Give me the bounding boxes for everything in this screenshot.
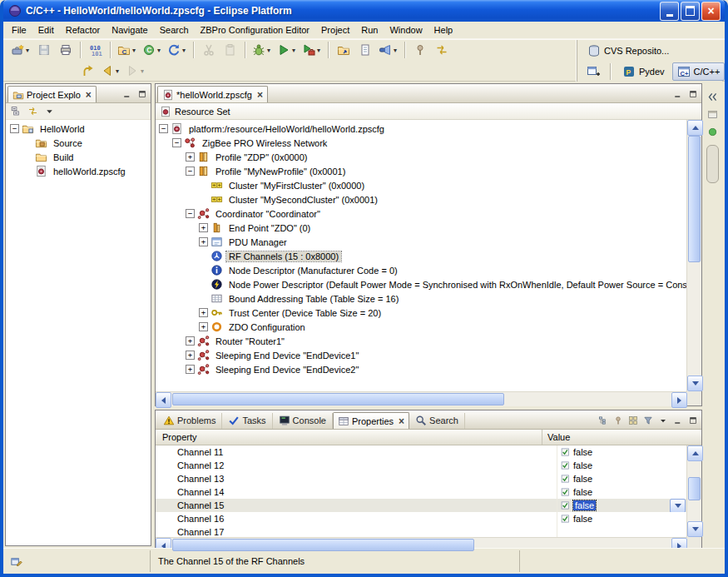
perspective-cpp-button[interactable]: C+ C/C++ bbox=[672, 62, 726, 81]
tree-item[interactable]: +Profile "ZDP" (0x0000) bbox=[156, 150, 686, 164]
dropdown-arrow-icon[interactable]: ▾ bbox=[24, 47, 31, 54]
collapse-all-button[interactable] bbox=[9, 105, 23, 117]
fast-view-window-button[interactable] bbox=[705, 107, 721, 122]
tree-item[interactable]: +PDU Manager bbox=[156, 235, 686, 249]
dropdown-arrow-icon[interactable]: ▾ bbox=[139, 67, 146, 75]
tree-item[interactable]: +Sleeping End Device "EndDevice1" bbox=[156, 348, 686, 362]
minimized-view-handle[interactable] bbox=[706, 145, 719, 183]
tree-item[interactable]: helloWorld.zpscfg bbox=[6, 164, 151, 178]
menu-run[interactable]: Run bbox=[355, 23, 384, 37]
tree-item[interactable]: +Trust Center (Device Table Size = 20) bbox=[156, 306, 686, 320]
expander-plus-icon[interactable]: + bbox=[199, 237, 208, 246]
scroll-up-icon[interactable] bbox=[687, 120, 703, 136]
value-cell[interactable]: false bbox=[557, 485, 686, 499]
tab-project-explorer[interactable]: Project Explo × bbox=[7, 86, 97, 102]
table-row[interactable]: Channel 14false bbox=[156, 485, 686, 499]
tree-item[interactable]: Cluster "MyFirstCluster" (0x0000) bbox=[156, 178, 686, 192]
dropdown-arrow-icon[interactable]: ▾ bbox=[156, 47, 162, 54]
tree-item[interactable]: Source bbox=[6, 136, 151, 150]
tab-search[interactable]: Search bbox=[409, 413, 465, 429]
dropdown-arrow-icon[interactable]: ▾ bbox=[290, 47, 297, 54]
value-cell[interactable]: false bbox=[557, 445, 686, 459]
link-with-editor-button[interactable] bbox=[26, 105, 40, 117]
expander-plus-icon[interactable]: + bbox=[186, 336, 195, 346]
expander-plus-icon[interactable]: + bbox=[199, 322, 208, 331]
build-binary-button[interactable]: 010101 bbox=[86, 40, 106, 60]
tree-item[interactable]: −HelloWorld bbox=[6, 122, 151, 136]
refresh-button[interactable]: ▾ bbox=[166, 40, 189, 60]
menu-file[interactable]: File bbox=[6, 23, 32, 37]
view-menu-button[interactable] bbox=[656, 414, 670, 426]
run-button[interactable]: ▾ bbox=[275, 40, 299, 60]
value-cell[interactable]: false bbox=[557, 472, 686, 485]
tree-item[interactable]: Cluster "MySecondCluster" (0x0001) bbox=[156, 192, 686, 206]
menu-help[interactable]: Help bbox=[428, 23, 459, 37]
value-cell[interactable]: false bbox=[557, 512, 686, 525]
tree-item[interactable]: +Router "Router1" bbox=[156, 334, 686, 348]
view-menu-button[interactable] bbox=[42, 105, 57, 117]
open-resource-button[interactable] bbox=[355, 40, 375, 60]
tree-item[interactable]: Node Descriptor (Manufacturer Code = 0) bbox=[156, 263, 686, 277]
external-tools-button[interactable]: ▾ bbox=[300, 40, 324, 60]
table-row[interactable]: Channel 12false bbox=[156, 459, 686, 472]
fast-view-bar-icon[interactable] bbox=[10, 555, 22, 568]
expander-minus-icon[interactable]: − bbox=[172, 138, 181, 147]
categories-button[interactable] bbox=[626, 414, 640, 426]
maximize-button[interactable] bbox=[686, 87, 700, 100]
expander-plus-icon[interactable]: + bbox=[186, 365, 195, 374]
tree-item[interactable]: Build bbox=[6, 150, 151, 164]
expander-minus-icon[interactable]: − bbox=[159, 124, 168, 133]
scrollbar-thumb[interactable] bbox=[688, 477, 701, 500]
restore-views-button[interactable] bbox=[705, 89, 721, 104]
close-icon[interactable]: × bbox=[399, 416, 404, 426]
new-c-project-button[interactable]: C▾ bbox=[116, 40, 139, 60]
scrollbar-thumb[interactable] bbox=[172, 539, 474, 551]
dropdown-arrow-icon[interactable]: ▾ bbox=[265, 47, 272, 54]
tree-item[interactable]: Node Power Descriptor (Default Power Mod… bbox=[156, 277, 686, 291]
filter-button[interactable] bbox=[641, 414, 655, 426]
tab-problems[interactable]: Problems bbox=[157, 413, 222, 429]
maximize-button[interactable] bbox=[135, 87, 149, 100]
value-cell[interactable]: false bbox=[557, 499, 686, 512]
tab-tasks[interactable]: Tasks bbox=[222, 413, 272, 429]
tab-helloworld-zpscfg[interactable]: *helloWorld.zpscfg × bbox=[157, 86, 268, 102]
scroll-down-icon[interactable] bbox=[687, 521, 703, 537]
new-wizard-button[interactable]: ▾ bbox=[9, 40, 32, 60]
pin-view-button[interactable] bbox=[611, 414, 625, 426]
expander-minus-icon[interactable]: − bbox=[186, 167, 195, 176]
dropdown-arrow-icon[interactable]: ▾ bbox=[315, 47, 322, 54]
print-button[interactable] bbox=[56, 40, 76, 60]
tree-item[interactable]: Bound Addressing Table (Table Size = 16) bbox=[156, 291, 686, 306]
scroll-down-icon[interactable] bbox=[687, 376, 703, 391]
tree-item[interactable]: +Sleeping End Device "EndDevice2" bbox=[156, 362, 686, 376]
titlebar[interactable]: C/C++ - HelloWorld/helloWorld.zpscfg - E… bbox=[3, 0, 725, 22]
link-editor-button[interactable] bbox=[432, 40, 452, 60]
menu-edit[interactable]: Edit bbox=[32, 23, 60, 37]
value-cell[interactable] bbox=[557, 525, 686, 537]
menu-window[interactable]: Window bbox=[384, 23, 428, 37]
maximize-button[interactable] bbox=[686, 414, 700, 426]
value-combo-dropdown-button[interactable] bbox=[670, 499, 686, 512]
pin-editor-button[interactable] bbox=[410, 40, 430, 60]
tab-properties[interactable]: Properties× bbox=[333, 412, 409, 429]
close-window-button[interactable]: × bbox=[701, 2, 721, 21]
column-value[interactable]: Value bbox=[542, 432, 701, 442]
scrollbar-track[interactable] bbox=[171, 392, 671, 406]
scrollbar-track[interactable] bbox=[687, 461, 701, 521]
dropdown-arrow-icon[interactable]: ▾ bbox=[392, 47, 399, 54]
save-button[interactable] bbox=[34, 40, 54, 60]
scrollbar-track[interactable] bbox=[687, 136, 701, 376]
expander-minus-icon[interactable]: − bbox=[10, 124, 19, 133]
scrollbar-thumb[interactable] bbox=[688, 136, 701, 262]
paste-button[interactable] bbox=[220, 40, 240, 60]
minimize-button[interactable] bbox=[671, 414, 685, 426]
dropdown-arrow-icon[interactable]: ▾ bbox=[131, 47, 137, 54]
editor-horizontal-scrollbar[interactable] bbox=[156, 391, 687, 406]
perspective-pydev-button[interactable]: P Pydev bbox=[617, 62, 670, 81]
maximize-window-button[interactable] bbox=[681, 2, 700, 21]
dropdown-arrow-icon[interactable]: ▾ bbox=[181, 47, 187, 54]
expander-minus-icon[interactable]: − bbox=[186, 209, 195, 218]
close-icon[interactable]: × bbox=[257, 90, 263, 100]
table-row[interactable]: Channel 17 bbox=[156, 525, 686, 537]
tree-item[interactable]: +End Point "ZDO" (0) bbox=[156, 221, 686, 235]
